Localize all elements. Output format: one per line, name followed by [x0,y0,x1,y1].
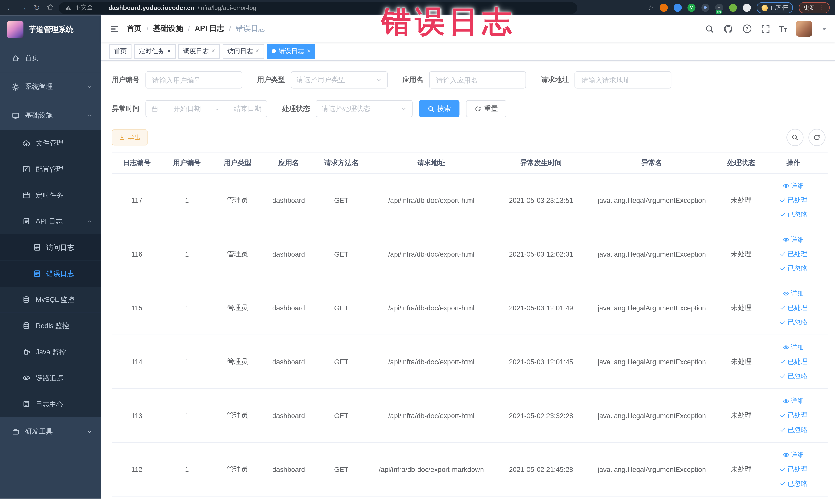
check-icon [779,265,786,271]
extension-grid-icon[interactable]: ▦ [701,4,709,12]
request-url-input[interactable] [574,72,672,88]
font-size-icon[interactable]: TT [779,24,787,33]
cell-exception: java.lang.IllegalArgumentException [588,196,716,204]
row-action-已处理[interactable]: 已处理 [779,249,808,259]
cell-app: dashboard [263,411,314,420]
extension-sprout-icon[interactable] [729,4,737,12]
search-icon[interactable] [705,24,714,33]
check-icon [779,466,786,472]
export-button[interactable]: 导出 [112,129,148,145]
close-tab-icon[interactable]: × [167,48,171,55]
close-tab-icon[interactable]: × [211,48,216,55]
row-action-详细[interactable]: 详细 [783,289,804,298]
breadcrumb-item[interactable]: API 日志 [195,24,224,33]
browser-reload-icon[interactable]: ↻ [32,3,41,12]
row-action-已处理[interactable]: 已处理 [779,465,808,474]
bookmark-star-icon[interactable]: ☆ [648,4,654,12]
row-action-已处理[interactable]: 已处理 [779,357,808,366]
exception-time-range-picker[interactable]: 开始日期 - 结束日期 [145,100,267,117]
sidebar-item-API 日志[interactable]: API 日志 [0,208,101,235]
row-action-已忽略[interactable]: 已忽略 [779,425,808,435]
breadcrumb-item[interactable]: 基础设施 [153,24,183,33]
row-action-已处理[interactable]: 已处理 [779,411,808,420]
cell-user_id: 1 [162,465,212,473]
app-logo-row[interactable]: 芋道管理系统 [0,15,101,44]
sidebar-item-访问日志[interactable]: 访问日志 [0,235,101,261]
check-icon [779,480,786,487]
user-id-input[interactable] [145,72,242,88]
sidebar-item-基础设施[interactable]: 基础设施 [0,101,101,130]
check-icon [779,305,786,311]
row-action-已忽略[interactable]: 已忽略 [779,479,808,488]
reset-button[interactable]: 重置 [466,100,506,117]
github-icon[interactable] [723,24,733,34]
tab-错误日志[interactable]: 错误日志× [267,44,315,58]
tab-调度日志[interactable]: 调度日志× [178,44,220,58]
extension-puppet-icon[interactable] [743,4,751,12]
refresh-table-button[interactable] [808,129,825,146]
row-action-详细[interactable]: 详细 [783,397,804,406]
row-action-已处理[interactable]: 已处理 [779,196,808,205]
help-icon[interactable]: ? [742,24,752,33]
tab-首页[interactable]: 首页 [109,44,131,58]
action-label: 详细 [791,235,804,244]
user-type-select[interactable]: 请选择用户类型 [291,72,388,88]
action-label: 已处理 [788,465,808,474]
row-action-已忽略[interactable]: 已忽略 [779,371,808,381]
row-action-详细[interactable]: 详细 [783,450,804,459]
tab-label: 定时任务 [139,47,165,56]
sidebar-item-Java 监控[interactable]: Java 监控 [0,339,101,365]
extension-on-switch-icon[interactable]: ≡on [715,4,723,12]
sidebar-item-日志中心[interactable]: 日志中心 [0,391,101,417]
paused-label: 已暂停 [771,4,788,12]
row-action-已忽略[interactable]: 已忽略 [779,264,808,273]
extension-green-v-icon[interactable]: V [687,4,695,12]
row-action-已忽略[interactable]: 已忽略 [779,318,808,327]
sidebar-item-首页[interactable]: 首页 [0,44,101,73]
sidebar-item-链路追踪[interactable]: 链路追踪 [0,365,101,391]
row-action-详细[interactable]: 详细 [783,181,804,190]
sidebar-item-配置管理[interactable]: 配置管理 [0,156,101,182]
extension-blue-shield-icon[interactable] [674,4,681,12]
profile-paused-badge[interactable]: 已暂停 [757,2,793,13]
sidebar-item-MySQL 监控[interactable]: MySQL 监控 [0,286,101,313]
cell-exception: java.lang.IllegalArgumentException [588,411,716,420]
column-header-请求地址: 请求地址 [369,158,494,168]
sidebar-item-文件管理[interactable]: 文件管理 [0,130,101,156]
cell-actions: 详细已处理已忽略 [767,450,820,488]
row-action-已处理[interactable]: 已处理 [779,303,808,312]
browser-home-icon[interactable] [45,3,55,12]
sidebar-item-研发工具[interactable]: 研发工具 [0,417,101,446]
sidebar-item-定时任务[interactable]: 定时任务 [0,182,101,208]
hamburger-icon[interactable] [109,24,119,33]
tab-访问日志[interactable]: 访问日志× [223,44,264,58]
avatar-caret-icon[interactable] [822,27,827,30]
sidebar-item-系统管理[interactable]: 系统管理 [0,73,101,101]
sidebar-item-label: 系统管理 [25,82,53,92]
browser-menu-dots-icon[interactable]: ⋮ [819,4,825,11]
hide-search-button[interactable] [787,129,803,146]
browser-back-icon[interactable]: ← [5,3,15,12]
fullscreen-icon[interactable] [761,24,770,33]
close-tab-icon[interactable]: × [256,48,260,55]
search-button[interactable]: 搜索 [419,100,460,117]
row-action-详细[interactable]: 详细 [783,343,804,352]
browser-forward-icon[interactable]: → [19,3,28,12]
row-action-已忽略[interactable]: 已忽略 [779,210,808,219]
tab-定时任务[interactable]: 定时任务× [134,44,176,58]
user-avatar[interactable] [796,21,812,37]
address-bar[interactable]: 不安全 dashboard.yudao.iocoder.cn/infra/log… [59,2,577,14]
column-header-应用名: 应用名 [263,158,314,168]
sidebar-item-错误日志[interactable]: 错误日志 [0,260,101,286]
cell-exception: java.lang.IllegalArgumentException [588,250,716,258]
sidebar-item-Redis 监控[interactable]: Redis 监控 [0,313,101,339]
extension-orange-icon[interactable] [660,4,668,12]
breadcrumb-item[interactable]: 首页 [127,24,142,33]
sidebar-item-label: 首页 [25,53,39,63]
close-tab-icon[interactable]: × [307,48,311,55]
process-status-select[interactable]: 请选择处理状态 [316,100,413,117]
app-name-input[interactable] [429,72,526,88]
check-icon [779,373,786,379]
browser-update-button[interactable]: 更新 ⋮ [799,2,830,13]
row-action-详细[interactable]: 详细 [783,235,804,244]
